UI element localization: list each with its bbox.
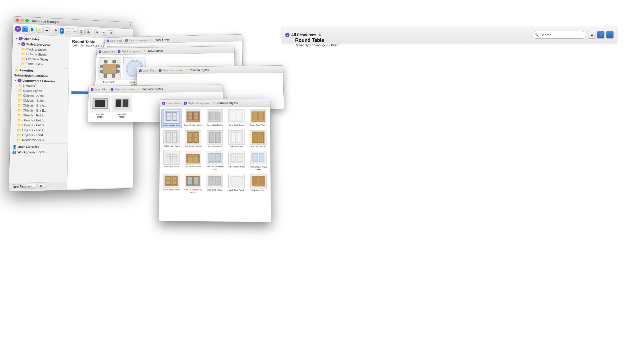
sidebar-item-render[interactable]: 📁 Renderworks C... (10, 137, 68, 143)
svg-rect-23 (116, 64, 119, 68)
close-button[interactable] (16, 18, 19, 22)
vw-small-logo: V (19, 37, 23, 41)
forward-btn[interactable]: → (72, 28, 78, 34)
sidebar-item-enta[interactable]: 📁 Objects - Ent A... (11, 103, 68, 108)
up-down-arrows[interactable]: ⇅ (318, 33, 322, 37)
resource-type-right: Type: Symbol/Plug-In Object (295, 43, 376, 47)
fireplace-label: Fireplace Styles (26, 57, 48, 61)
svg-rect-26 (112, 60, 116, 63)
base-slab-metal-item[interactable]: Base Slab Metal (204, 109, 225, 128)
base-slab-wood-item[interactable]: Base Slab Wood (248, 108, 269, 128)
user-lib-icon: 👤 (12, 145, 17, 149)
bc-sep1-mid: › (116, 50, 117, 53)
wall-arch-wood-item[interactable]: Wall Arch Wood (183, 150, 204, 172)
sidebar-item-workgroup[interactable]: 👥 Workgroup Librar... (10, 149, 67, 155)
bc-column-styles: Column Styles (189, 68, 209, 72)
person-icon[interactable]: 👤 (29, 26, 35, 32)
wall-slab-metal-svg (208, 175, 222, 187)
sidebar-item-entl1[interactable]: 📁 Objects - Ent L... (11, 113, 68, 118)
base-shaker-wood-item[interactable]: Base Shaker Wood (183, 109, 203, 128)
bc-sep2-cab: › (210, 101, 211, 105)
sidebar-item-userlibs[interactable]: 👤 User Libraries (10, 143, 68, 149)
one-sided-label: One SidedMetal (94, 113, 105, 118)
fireplace-header: V Open Files › V StyleLibrary.vwx › 📁 Fi… (89, 85, 223, 93)
column-label: Column Styles (26, 53, 47, 57)
sidebar-item-land[interactable]: 📁 Objects - Land... (10, 132, 68, 138)
sidebar-item-ente[interactable]: 📁 Objects - Ent E... (11, 108, 68, 113)
bc-sep2-col: › (183, 69, 184, 72)
vw-lib-logo: V (17, 79, 22, 82)
tall-shaker-paint-item[interactable]: Tall Shaker Paint (161, 130, 182, 148)
maximize-button[interactable] (25, 19, 29, 22)
search-input[interactable] (533, 31, 586, 39)
star-icon[interactable]: ⭐ (36, 27, 43, 33)
home-btn[interactable]: 🏠 (79, 29, 85, 35)
wall-shaker-wood-item[interactable]: Wall Shaker Wood (161, 173, 182, 195)
one-sided-metal-svg (91, 96, 109, 111)
wall-shaker-wood-glass-item[interactable]: Wall Shaker Wood Glass (182, 173, 203, 195)
tall-slab-metal-item[interactable]: Tall Slab Metal (204, 130, 225, 149)
vw-cab-logo2: V (184, 101, 187, 105)
sidebar-item-entl2[interactable]: 📁 Objects - Ent L... (10, 118, 68, 123)
farm-table-mid[interactable]: Farm Table (98, 57, 122, 86)
svg-rect-118 (193, 177, 199, 185)
grid-view-toolbar-btn[interactable]: ⊞ (597, 31, 605, 39)
tall-slab-wood-label: Tall Slab Wood (251, 145, 265, 148)
gear-icon[interactable]: ⚙ (53, 27, 59, 34)
svg-rect-103 (253, 154, 258, 162)
ents-label: Objects - Ent S... (22, 123, 46, 127)
resource-info-right: Round Table Type: Symbol/Plug-In Object (295, 38, 376, 47)
split-view-btn[interactable]: ⊟ (108, 30, 114, 36)
bc-stylelibrary-cab: StyleLibrary.vwx (188, 101, 210, 105)
new-resource-btn[interactable]: New Resource... (11, 184, 37, 189)
grid-view-btn[interactable]: ⊞ (94, 30, 100, 35)
tall-shaker-wood-item[interactable]: Tall Shaker Wood (183, 130, 203, 148)
back-btn[interactable]: ← (65, 28, 71, 34)
one-sided-metal-item[interactable]: One SidedMetal (90, 95, 110, 118)
bc-stylelibrary-mid: StyleLibrary.vwx (122, 50, 141, 53)
vw-logo-btn[interactable]: V (15, 26, 21, 32)
bc-sep2-mid: › (141, 50, 142, 53)
tall-slab-paint-item[interactable]: Tall Slab Paint (226, 130, 247, 149)
star-fav-icon: ⭐ (14, 68, 19, 72)
split-view-toolbar-btn[interactable]: ⊟ (606, 31, 614, 39)
list-view-toolbar-btn[interactable]: ≡ (588, 31, 595, 39)
base-shaker-paint-item[interactable]: Base Shaker Paint (161, 109, 182, 128)
list-view-btn[interactable]: ≡ (101, 30, 107, 36)
svg-rect-122 (209, 177, 214, 185)
divider2 (93, 29, 93, 35)
vw-toolbar-logo: V (285, 33, 290, 37)
wall-shaker-metal-glass-svg (208, 152, 222, 164)
wall-slab-paint-item[interactable]: Wall Slab Paint (226, 173, 247, 195)
question-icon[interactable]: ? (129, 24, 131, 27)
wall-shaker-paint-item[interactable]: Wall Shaker Paint (226, 150, 247, 172)
wall-slab-metal-label: Wall Slab Metal (207, 189, 222, 191)
bc-stylelibrary-fire: StyleLibrary.vwx (114, 87, 134, 91)
cabinet-header: V Open Files › V StyleLibrary.vwx › 📁 Ca… (160, 99, 270, 107)
two-sided-metal-item[interactable]: Two SidedMetal (112, 95, 132, 118)
svg-rect-126 (237, 177, 242, 185)
dropdown-arrow-btn[interactable]: ▼ (60, 28, 64, 34)
sidebar-item-entt[interactable]: 📁 Objects - Ent T... (10, 128, 68, 133)
wall-shaker-paint-glass-item[interactable]: Wall Shaker Paint Glass (248, 150, 269, 172)
minimize-button[interactable] (20, 19, 24, 22)
wall-slab-metal-item[interactable]: Wall Slab Metal (204, 173, 225, 195)
vw-libraries-label: Vectorworks Libraries (22, 79, 55, 83)
workgroup-icon: 👥 (12, 150, 17, 154)
wall-arch-paint-item[interactable]: Wall Arch Paint (161, 150, 182, 171)
svg-rect-80 (253, 132, 257, 143)
cloud-icon[interactable]: ☁ (43, 27, 49, 33)
tall-slab-wood-item[interactable]: Tall Slab Wood (248, 130, 269, 149)
users-icon[interactable]: 👥 (22, 26, 28, 32)
import-btn[interactable]: 📥 (85, 29, 91, 35)
base-slab-paint-item[interactable]: Base Slab Paint (226, 108, 247, 128)
new-resource-btn2[interactable]: N... (38, 183, 46, 188)
folder-build-icon: 📁 (17, 98, 22, 102)
base-slab-metal-label: Base Slab Metal (207, 124, 223, 127)
svg-rect-54 (231, 112, 236, 120)
wall-shaker-metal-glass-item[interactable]: Wall Shaker Metal Glass (204, 150, 225, 172)
wall-slab-wood-item[interactable]: Wall Slab Wood (248, 173, 269, 195)
wall-slab-paint-label: Wall Slab Paint (229, 189, 244, 191)
sidebar-item-ents[interactable]: 📁 Objects - Ent S... (10, 123, 68, 128)
cabinet-label: Cabinet Styles (26, 48, 47, 52)
